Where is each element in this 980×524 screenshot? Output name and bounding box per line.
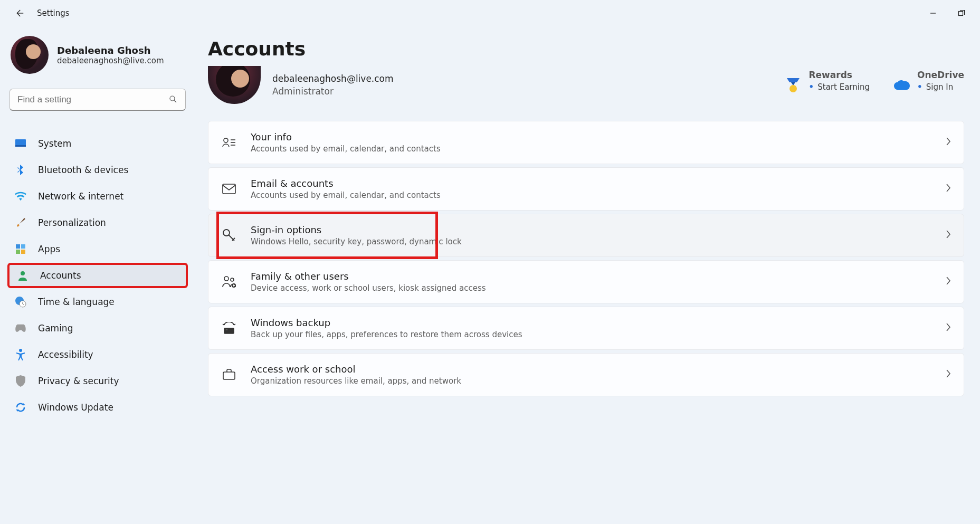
svg-rect-19 [223, 184, 235, 194]
svg-rect-5 [15, 145, 26, 147]
card-title: Windows backup [251, 317, 522, 328]
card-title: Family & other users [251, 271, 486, 282]
card-sub: Organization resources like email, apps,… [251, 376, 461, 386]
sidebar-item-label: Personalization [38, 217, 106, 228]
card-sub: Windows Hello, security key, password, d… [251, 237, 462, 246]
chevron-right-icon [946, 369, 951, 380]
sidebar-item-update[interactable]: Windows Update [7, 395, 188, 420]
chevron-right-icon [946, 137, 951, 148]
sidebar-item-label: Privacy & security [38, 376, 119, 386]
profile-name: Debaleena Ghosh [57, 45, 164, 56]
svg-rect-25 [225, 329, 228, 330]
sidebar-item-apps[interactable]: Apps [7, 236, 188, 262]
onedrive-box[interactable]: OneDrive Sign In [894, 77, 964, 93]
sidebar-item-label: Bluetooth & devices [38, 165, 128, 175]
briefcase-icon [221, 367, 237, 383]
search-box[interactable] [9, 89, 186, 111]
account-header: debaleenaghosh@live.com Administrator Re… [208, 64, 964, 121]
svg-rect-8 [16, 250, 20, 254]
card-your-info[interactable]: Your info Accounts used by email, calend… [208, 121, 964, 164]
card-title: Your info [251, 131, 441, 142]
card-sub: Accounts used by email, calendar, and co… [251, 144, 441, 154]
shield-icon [15, 375, 26, 387]
sidebar-item-privacy[interactable]: Privacy & security [7, 368, 188, 394]
sidebar-item-accounts[interactable]: Accounts [7, 263, 188, 288]
svg-point-21 [224, 277, 229, 281]
settings-list: Your info Accounts used by email, calend… [208, 121, 964, 396]
sidebar-item-bluetooth[interactable]: Bluetooth & devices [7, 157, 188, 183]
card-backup[interactable]: Windows backup Back up your files, apps,… [208, 307, 964, 350]
rewards-sub: Start Earning [808, 82, 870, 92]
sidebar-item-label: System [38, 138, 71, 149]
sidebar-item-network[interactable]: Network & internet [7, 184, 188, 209]
email-icon [221, 181, 237, 197]
nav-list: System Bluetooth & devices Network & int… [7, 120, 188, 420]
chevron-right-icon [946, 277, 951, 287]
rewards-box[interactable]: Rewards Start Earning [785, 77, 870, 93]
accessibility-icon [15, 349, 26, 360]
profile-block[interactable]: Debaleena Ghosh debaleenaghosh@live.com [7, 34, 188, 79]
svg-rect-26 [223, 372, 235, 379]
window-title: Settings [37, 8, 70, 18]
system-icon [15, 138, 26, 149]
sidebar-item-gaming[interactable]: Gaming [7, 316, 188, 341]
sidebar-item-accessibility[interactable]: Accessibility [7, 342, 188, 367]
apps-icon [15, 243, 26, 255]
globe-clock-icon [15, 296, 26, 308]
window-controls [921, 5, 974, 22]
card-sub: Device access, work or school users, kio… [251, 283, 486, 293]
profile-email: debaleenaghosh@live.com [57, 56, 164, 65]
onedrive-sub: Sign In [917, 82, 964, 92]
search-input[interactable] [16, 94, 168, 106]
svg-rect-9 [21, 250, 25, 254]
sidebar-item-label: Time & language [38, 297, 115, 307]
sidebar-item-label: Gaming [38, 323, 73, 334]
chevron-right-icon [946, 323, 951, 334]
cloud-icon [894, 77, 910, 93]
update-icon [15, 402, 26, 413]
card-title: Access work or school [251, 364, 461, 375]
card-family[interactable]: Family & other users Device access, work… [208, 260, 964, 303]
card-email-accounts[interactable]: Email & accounts Accounts used by email,… [208, 167, 964, 211]
main-content: Accounts debaleenaghosh@live.com Adminis… [195, 26, 980, 524]
sidebar-item-label: Accessibility [38, 349, 93, 360]
bluetooth-icon [15, 164, 26, 176]
rewards-label: Rewards [808, 70, 870, 80]
svg-rect-7 [21, 244, 25, 249]
svg-rect-6 [16, 244, 20, 249]
sidebar-item-label: Apps [38, 244, 60, 254]
card-sub: Back up your files, apps, preferences to… [251, 330, 522, 339]
backup-icon [221, 320, 237, 336]
rewards-icon [785, 77, 801, 93]
account-email: debaleenaghosh@live.com [272, 73, 394, 84]
sidebar-item-label: Windows Update [38, 402, 113, 413]
back-button[interactable] [11, 5, 27, 22]
sidebar-item-label: Network & internet [38, 191, 123, 202]
sidebar-item-time[interactable]: Time & language [7, 289, 188, 315]
card-title: Email & accounts [251, 178, 441, 189]
account-role: Administrator [272, 86, 394, 97]
key-icon [221, 227, 237, 243]
sidebar-item-personalization[interactable]: Personalization [7, 210, 188, 235]
family-icon [221, 274, 237, 290]
card-signin-options[interactable]: Sign-in options Windows Hello, security … [208, 214, 964, 257]
svg-rect-1 [959, 12, 963, 16]
svg-point-14 [789, 85, 797, 92]
onedrive-label: OneDrive [917, 70, 964, 80]
svg-point-10 [21, 271, 25, 275]
page-title: Accounts [208, 38, 964, 60]
search-icon [168, 94, 179, 105]
svg-line-3 [174, 100, 176, 102]
sidebar-item-system[interactable]: System [7, 131, 188, 156]
chevron-right-icon [946, 230, 951, 241]
wifi-icon [15, 190, 26, 202]
account-avatar [208, 66, 261, 104]
person-card-icon [221, 135, 237, 150]
svg-point-13 [19, 349, 22, 352]
svg-point-15 [224, 138, 228, 142]
minimize-button[interactable] [921, 5, 945, 22]
card-work-school[interactable]: Access work or school Organization resou… [208, 353, 964, 396]
sidebar-item-label: Accounts [40, 270, 81, 281]
maximize-button[interactable] [949, 5, 974, 22]
chevron-right-icon [946, 184, 951, 194]
